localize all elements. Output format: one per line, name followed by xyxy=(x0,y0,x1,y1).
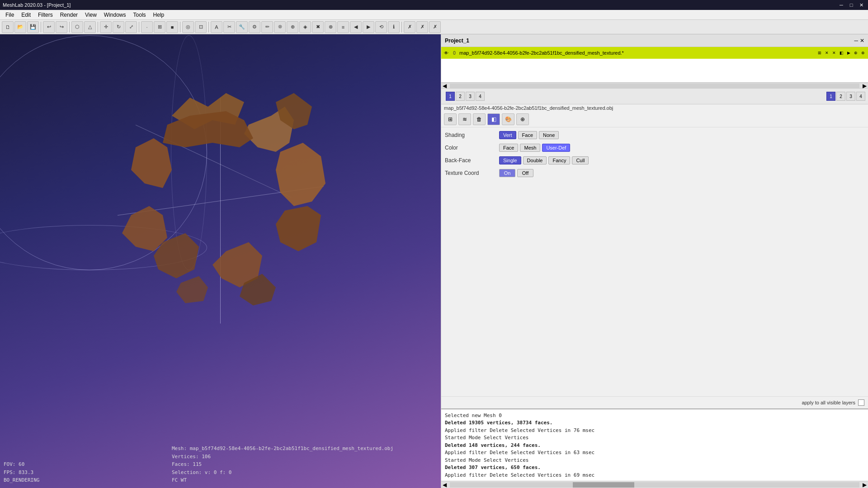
texcoord-off-btn[interactable]: Off xyxy=(517,169,533,177)
hscroll-track[interactable] xyxy=(450,482,859,488)
titlebar: MeshLab 2020.03 - [Project_1] ─ □ ✕ xyxy=(0,0,868,10)
sep5 xyxy=(180,22,180,33)
toolbar-btn-btn-i[interactable]: ✖ xyxy=(312,21,324,33)
toolbar-btn-btn-k[interactable]: ≡ xyxy=(337,21,349,33)
menu-item-windows[interactable]: Windows xyxy=(100,10,130,20)
page-btn-r4[interactable]: 4 xyxy=(856,92,865,101)
backface-cull-btn[interactable]: Cull xyxy=(572,156,589,164)
toolbar-btn-btn-o[interactable]: ℹ xyxy=(388,21,400,33)
rt-btn-solid[interactable]: ◧ xyxy=(487,113,500,125)
menu-item-help[interactable]: Help xyxy=(150,10,168,20)
restore-button[interactable]: □ xyxy=(847,1,855,9)
toolbar-btn-del3[interactable]: ✗ xyxy=(429,21,441,33)
viewport[interactable]: FOV: 60 FPS: 833.3 BO_RENDERING Mesh: ma… xyxy=(0,34,441,488)
page-btn-r3[interactable]: 3 xyxy=(846,92,855,101)
layer-icon-3[interactable]: ✕ xyxy=(831,50,837,56)
toolbar-btn-trackball[interactable]: ◎ xyxy=(182,21,194,33)
layer-number: 0 xyxy=(451,51,458,56)
rt-btn-box[interactable]: ⊞ xyxy=(444,113,457,125)
minimize-button[interactable]: ─ xyxy=(837,1,845,9)
rp-close-icon[interactable]: ✕ xyxy=(860,38,864,44)
layer-scrollbar[interactable]: ◀ ▶ xyxy=(441,83,868,89)
toolbar-btn-fit[interactable]: ⊡ xyxy=(195,21,207,33)
toolbar-btn-save[interactable]: 💾 xyxy=(27,21,39,33)
layer-icon-2[interactable]: ✕ xyxy=(824,50,830,56)
bottom-scrollbar[interactable]: ◀ ▶ xyxy=(441,481,868,488)
menu-item-view[interactable]: View xyxy=(81,10,100,20)
layer-scroll-track[interactable] xyxy=(450,84,859,88)
toolbar-btn-btn-f[interactable]: ❊ xyxy=(274,21,286,33)
toolbar-btn-btn-b[interactable]: ✂ xyxy=(223,21,235,33)
apply-checkbox[interactable] xyxy=(858,399,864,406)
toolbar-btn-translate[interactable]: ✛ xyxy=(100,21,112,33)
page-btn-2[interactable]: 2 xyxy=(456,92,465,101)
close-button[interactable]: ✕ xyxy=(857,1,865,9)
layer-eye-toggle[interactable]: 👁 xyxy=(443,50,449,56)
backface-fancy-btn[interactable]: Fancy xyxy=(548,156,570,164)
hscroll-thumb[interactable] xyxy=(573,482,634,488)
menu-item-file[interactable]: File xyxy=(2,10,18,20)
backface-double-btn[interactable]: Double xyxy=(523,156,547,164)
page-btn-r2[interactable]: 2 xyxy=(836,92,845,101)
toolbar-btn-wireframe[interactable]: ⊞ xyxy=(154,21,165,33)
layer-icon-1[interactable]: ⊞ xyxy=(816,50,823,56)
rt-btn-delete[interactable]: 🗑 xyxy=(473,113,486,125)
shading-face-btn[interactable]: Face xyxy=(518,131,537,139)
toolbar-btn-solid[interactable]: ■ xyxy=(166,21,178,33)
toolbar-btn-new[interactable]: 🗋 xyxy=(2,21,14,33)
toolbar-btn-btn-n[interactable]: ⟲ xyxy=(375,21,387,33)
page-btn-3[interactable]: 3 xyxy=(466,92,475,101)
toolbar-btn-btn-j[interactable]: ⊗ xyxy=(325,21,336,33)
toolbar-btn-point[interactable]: · xyxy=(141,21,153,33)
color-mesh-btn[interactable]: Mesh xyxy=(520,144,540,152)
rt-btn-color[interactable]: 🎨 xyxy=(502,113,514,125)
page-btn-r1[interactable]: 1 xyxy=(826,92,835,101)
rt-btn-plus[interactable]: ⊕ xyxy=(516,113,529,125)
scroll-right-btn[interactable]: ▶ xyxy=(861,83,868,89)
log-line: Started Mode Select Vertices xyxy=(445,457,864,465)
menu-item-filters[interactable]: Filters xyxy=(34,10,57,20)
layer-icon-4[interactable]: ◧ xyxy=(838,50,844,56)
menu-item-edit[interactable]: Edit xyxy=(18,10,34,20)
toolbar-btn-open[interactable]: 📂 xyxy=(14,21,26,33)
mesh-object xyxy=(90,80,344,305)
layer-icon-7[interactable]: ⊗ xyxy=(860,50,866,56)
toolbar-btn-btn-c[interactable]: 🔧 xyxy=(236,21,248,33)
vertices-label: Vertices: 106 xyxy=(172,453,393,461)
shading-label: Shading xyxy=(445,132,499,138)
layer-icon-5[interactable]: ▶ xyxy=(845,50,852,56)
toolbar-btn-btn-g[interactable]: ⊕ xyxy=(287,21,298,33)
toolbar-btn-redo[interactable]: ↪ xyxy=(56,21,67,33)
toolbar-btn-select-face[interactable]: △ xyxy=(84,21,96,33)
shading-vert-btn[interactable]: Vert xyxy=(499,131,516,139)
rp-minimize[interactable]: ─ xyxy=(854,38,858,44)
texcoord-on-btn[interactable]: On xyxy=(499,169,515,177)
layer-icon-6[interactable]: ⊕ xyxy=(853,50,859,56)
color-userdef-btn[interactable]: User-Def xyxy=(542,144,570,152)
hscroll-left-btn[interactable]: ◀ xyxy=(441,482,448,488)
toolbar-btn-btn-h[interactable]: ◈ xyxy=(299,21,311,33)
page-btn-1[interactable]: 1 xyxy=(446,92,455,101)
toolbar-btn-del2[interactable]: ✗ xyxy=(416,21,428,33)
backface-controls: Single Double Fancy Cull xyxy=(499,156,589,164)
rt-btn-lines[interactable]: ≋ xyxy=(458,113,471,125)
toolbar-btn-undo[interactable]: ↩ xyxy=(43,21,55,33)
menu-item-render[interactable]: Render xyxy=(57,10,81,20)
toolbar-btn-btn-m[interactable]: ▶ xyxy=(363,21,374,33)
toolbar-btn-select-vert[interactable]: ⬡ xyxy=(71,21,83,33)
hscroll-right-btn[interactable]: ▶ xyxy=(861,482,868,488)
toolbar-btn-btn-e[interactable]: ✏ xyxy=(261,21,273,33)
menu-item-tools[interactable]: Tools xyxy=(130,10,150,20)
svg-marker-9 xyxy=(176,276,208,303)
toolbar-btn-btn-d[interactable]: ⚙ xyxy=(249,21,260,33)
shading-none-btn[interactable]: None xyxy=(539,131,559,139)
page-btn-4[interactable]: 4 xyxy=(476,92,485,101)
toolbar-btn-btn-a[interactable]: A xyxy=(211,21,222,33)
toolbar-btn-rotate[interactable]: ↻ xyxy=(113,21,124,33)
backface-single-btn[interactable]: Single xyxy=(499,156,521,164)
scroll-left-btn[interactable]: ◀ xyxy=(441,83,448,89)
toolbar-btn-scale[interactable]: ⤢ xyxy=(125,21,137,33)
toolbar-btn-btn-l[interactable]: ◀ xyxy=(350,21,362,33)
color-face-btn[interactable]: Face xyxy=(499,144,518,152)
toolbar-btn-del1[interactable]: ✗ xyxy=(404,21,415,33)
